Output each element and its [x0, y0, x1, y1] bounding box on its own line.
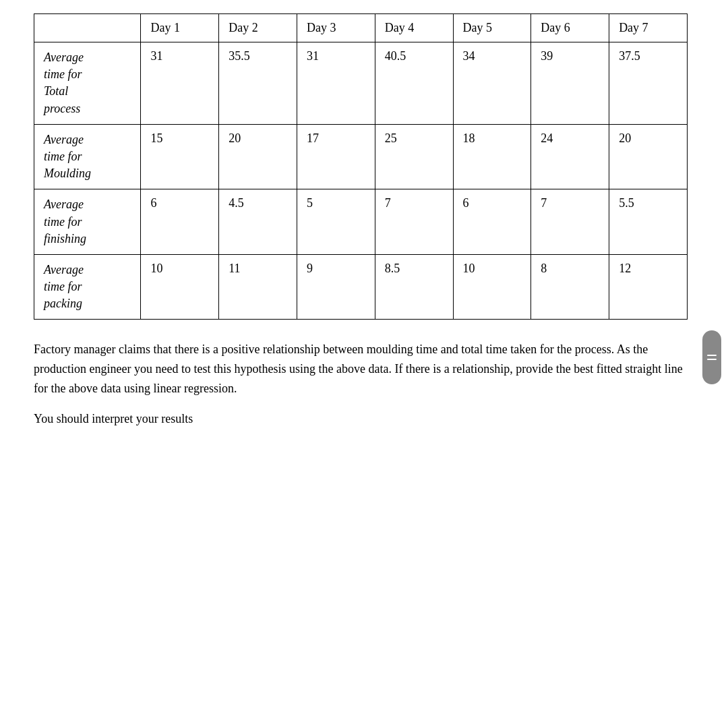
cell-row3-col5: 8 [531, 254, 609, 320]
cell-row0-col6: 37.5 [609, 42, 688, 125]
cell-row2-col1: 4.5 [219, 189, 297, 255]
header-day6: Day 6 [531, 14, 609, 42]
cell-row1-col3: 25 [375, 124, 453, 189]
table-row: Averagetime forfinishing64.557675.5 [34, 189, 688, 255]
cell-row0-col2: 31 [297, 42, 375, 125]
scrollbar-line2 [707, 359, 717, 360]
table-row: Averagetime forTotalprocess3135.53140.53… [34, 42, 688, 125]
table-body: Averagetime forTotalprocess3135.53140.53… [34, 42, 688, 320]
cell-row0-col0: 31 [141, 42, 219, 125]
header-day3: Day 3 [297, 14, 375, 42]
paragraph-text2: You should interpret your results [34, 409, 688, 429]
cell-row0-col5: 39 [531, 42, 609, 125]
table-row: Averagetime forMoulding15201725182420 [34, 124, 688, 189]
header-day7: Day 7 [609, 14, 688, 42]
data-table-container: Day 1 Day 2 Day 3 Day 4 Day 5 Day 6 Day … [13, 13, 708, 320]
cell-row3-col2: 9 [297, 254, 375, 320]
paragraph-text1: Factory manager claims that there is a p… [34, 340, 688, 398]
row-label-2: Averagetime forfinishing [34, 189, 141, 255]
cell-row3-col4: 10 [453, 254, 531, 320]
cell-row0-col4: 34 [453, 42, 531, 125]
table-header-row: Day 1 Day 2 Day 3 Day 4 Day 5 Day 6 Day … [34, 14, 688, 42]
cell-row1-col0: 15 [141, 124, 219, 189]
row-label-1: Averagetime forMoulding [34, 124, 141, 189]
scrollbar[interactable] [702, 330, 721, 384]
cell-row2-col3: 7 [375, 189, 453, 255]
cell-row2-col6: 5.5 [609, 189, 688, 255]
cell-row2-col0: 6 [141, 189, 219, 255]
row-label-3: Averagetime forpacking [34, 254, 141, 320]
header-empty [34, 14, 141, 42]
cell-row3-col6: 12 [609, 254, 688, 320]
cell-row0-col3: 40.5 [375, 42, 453, 125]
cell-row1-col6: 20 [609, 124, 688, 189]
header-day5: Day 5 [453, 14, 531, 42]
cell-row2-col2: 5 [297, 189, 375, 255]
scrollbar-line1 [707, 355, 717, 356]
cell-row3-col3: 8.5 [375, 254, 453, 320]
cell-row3-col1: 11 [219, 254, 297, 320]
row-label-0: Averagetime forTotalprocess [34, 42, 141, 125]
header-day4: Day 4 [375, 14, 453, 42]
cell-row1-col4: 18 [453, 124, 531, 189]
cell-row3-col0: 10 [141, 254, 219, 320]
cell-row2-col5: 7 [531, 189, 609, 255]
header-day2: Day 2 [219, 14, 297, 42]
table-row: Averagetime forpacking101198.510812 [34, 254, 688, 320]
cell-row2-col4: 6 [453, 189, 531, 255]
cell-row0-col1: 35.5 [219, 42, 297, 125]
cell-row1-col5: 24 [531, 124, 609, 189]
cell-row1-col2: 17 [297, 124, 375, 189]
paragraph-section: Factory manager claims that there is a p… [34, 340, 688, 439]
data-table: Day 1 Day 2 Day 3 Day 4 Day 5 Day 6 Day … [34, 13, 688, 320]
cell-row1-col1: 20 [219, 124, 297, 189]
header-day1: Day 1 [141, 14, 219, 42]
